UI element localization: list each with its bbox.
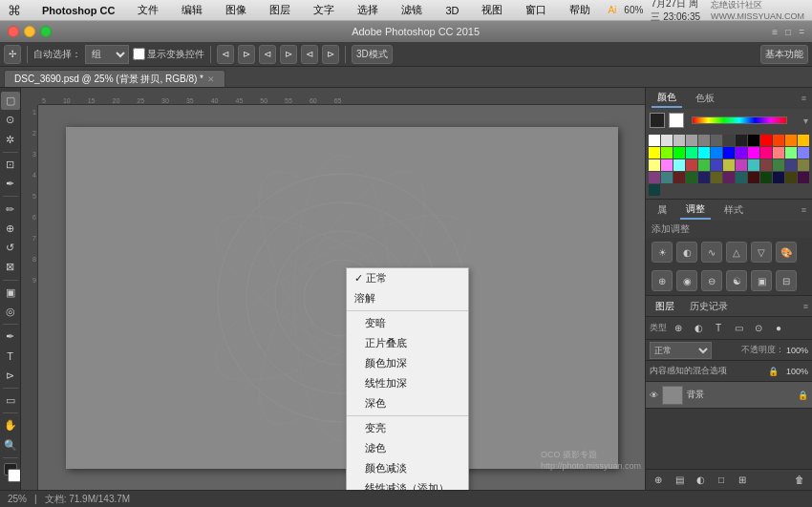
menu-help[interactable]: 帮助 — [564, 1, 596, 19]
menu-text[interactable]: 文字 — [308, 1, 340, 19]
3d-mode[interactable]: 3D模式 — [352, 45, 393, 64]
filter-shape-icon[interactable]: ▭ — [730, 320, 747, 337]
panel-options-icon[interactable]: ▾ — [803, 116, 808, 126]
blend-option-color-dodge[interactable]: 颜色减淡 — [347, 458, 468, 478]
color-swatch[interactable] — [760, 135, 772, 146]
filter-kind-icon[interactable]: ⊕ — [670, 320, 687, 337]
adj-photo-filter[interactable]: ⊖ — [701, 270, 722, 291]
new-layer-btn[interactable]: ⊞ — [734, 472, 751, 489]
color-swatch[interactable] — [723, 172, 735, 183]
menu-layer[interactable]: 图层 — [264, 1, 296, 19]
color-swatch[interactable] — [736, 172, 747, 183]
color-swatch[interactable] — [698, 172, 710, 183]
color-swatch[interactable] — [711, 147, 722, 158]
color-swatch[interactable] — [736, 159, 747, 171]
color-swatch[interactable] — [773, 172, 784, 183]
blend-mode-dropdown[interactable]: 正常 溶解 变暗 正片叠底 颜色加深 线性加深 深色 变亮 滤色 颜色减淡 线性… — [346, 267, 469, 490]
color-swatch[interactable] — [736, 135, 747, 146]
menu-filter[interactable]: 滤镜 — [395, 1, 428, 19]
swatches-tab[interactable]: 色板 — [690, 90, 720, 107]
color-swatch[interactable] — [686, 135, 697, 146]
color-swatch[interactable] — [723, 135, 735, 146]
color-swatch[interactable] — [711, 159, 722, 171]
layer-visibility-icon[interactable]: 👁 — [650, 391, 658, 400]
tool-zoom[interactable]: 🔍 — [1, 436, 20, 454]
color-swatch[interactable] — [698, 135, 710, 146]
color-swatch[interactable] — [798, 135, 809, 146]
color-swatch[interactable] — [649, 135, 660, 146]
color-swatch[interactable] — [798, 172, 809, 183]
color-swatch[interactable] — [649, 147, 660, 158]
adjustments-tab[interactable]: 调整 — [680, 201, 711, 220]
tool-clone[interactable]: ⊕ — [1, 220, 20, 238]
add-style-btn[interactable]: ▤ — [671, 472, 688, 489]
blend-option-screen[interactable]: 滤色 — [347, 438, 468, 458]
workspace-btn[interactable]: 基本功能 — [760, 45, 808, 64]
maximize-button[interactable] — [40, 26, 52, 37]
collapse-icon[interactable]: ≡ — [772, 27, 778, 37]
menu-select[interactable]: 选择 — [352, 1, 384, 19]
color-swatch[interactable] — [748, 172, 759, 183]
color-swatch[interactable] — [686, 159, 697, 171]
align-left[interactable]: ⊲ — [217, 45, 234, 64]
tool-magic-wand[interactable]: ✲ — [1, 131, 20, 149]
adj-color-balance[interactable]: ⊕ — [652, 270, 673, 291]
color-swatch[interactable] — [748, 159, 759, 171]
color-swatch[interactable] — [723, 159, 735, 171]
background-color[interactable] — [8, 469, 21, 482]
align-center-v[interactable]: ⊳ — [238, 45, 255, 64]
adj-invert[interactable]: ⊟ — [776, 270, 797, 291]
menu-icon[interactable]: = — [799, 27, 804, 37]
tool-eyedropper[interactable]: ✒ — [1, 175, 20, 193]
menu-window[interactable]: 窗口 — [520, 1, 552, 19]
color-swatch[interactable] — [661, 135, 673, 146]
tool-select[interactable]: ▢ — [1, 92, 20, 110]
auto-select-dropdown[interactable]: 组 图层 — [85, 45, 129, 64]
color-swatch[interactable] — [661, 147, 673, 158]
color-swatch[interactable] — [686, 172, 697, 183]
app-name[interactable]: Photoshop CC — [36, 3, 120, 18]
adj-bw[interactable]: ◉ — [676, 270, 697, 291]
color-swatch[interactable] — [686, 147, 697, 158]
color-swatch[interactable] — [723, 147, 735, 158]
blend-option-linear-burn[interactable]: 线性加深 — [347, 373, 468, 393]
layer-blend-select[interactable]: 正常 溶解 变暗 正片叠底 — [650, 342, 712, 359]
color-swatch[interactable] — [748, 135, 759, 146]
color-swatch[interactable] — [760, 172, 772, 183]
color-swatch[interactable] — [760, 147, 772, 158]
color-swatch[interactable] — [649, 172, 660, 183]
tab-close-icon[interactable]: ✕ — [207, 74, 215, 84]
blend-option-color-burn[interactable]: 颜色加深 — [347, 353, 468, 373]
menu-image[interactable]: 图像 — [220, 1, 252, 19]
fill-value[interactable]: 100% — [786, 367, 808, 376]
blend-option-linear-dodge[interactable]: 线性减淡（添加） — [347, 478, 468, 490]
adj-panel-header[interactable]: 属 调整 样式 ≡ — [646, 200, 812, 221]
tool-eraser[interactable]: ⊠ — [1, 258, 20, 276]
color-swatch[interactable] — [649, 159, 660, 171]
tool-gradient[interactable]: ▣ — [1, 284, 20, 302]
adj-curves[interactable]: ∿ — [701, 242, 722, 263]
new-group-btn[interactable]: □ — [713, 472, 730, 489]
color-swatch[interactable] — [785, 135, 797, 146]
adj-levels[interactable]: ◐ — [676, 242, 697, 263]
blend-option-normal[interactable]: 正常 — [347, 268, 468, 288]
adj-hue[interactable]: 🎨 — [776, 242, 797, 263]
add-mask-btn[interactable]: ◐ — [692, 472, 709, 489]
delete-layer-btn[interactable]: 🗑 — [791, 472, 808, 489]
apple-menu[interactable]: ⌘ — [8, 3, 21, 18]
filter-smart-icon[interactable]: ⊙ — [750, 320, 767, 337]
tool-path-select[interactable]: ⊳ — [1, 367, 20, 385]
blend-option-darken[interactable]: 变暗 — [347, 313, 468, 333]
adj-brightness[interactable]: ☀ — [652, 242, 673, 263]
color-swatch[interactable] — [698, 147, 710, 158]
color-swatch[interactable] — [673, 159, 685, 171]
menu-file[interactable]: 文件 — [132, 1, 164, 19]
adj-panel-collapse[interactable]: ≡ — [801, 205, 806, 215]
document-tab[interactable]: DSC_3690.psd @ 25% (背景 拼贝, RGB/8) * ✕ — [4, 70, 225, 87]
layers-tab[interactable]: 图层 — [650, 298, 680, 315]
adj-channel-mixer[interactable]: ☯ — [726, 270, 747, 291]
foreground-swatch[interactable] — [650, 113, 665, 128]
tool-dodge[interactable]: ◎ — [1, 303, 20, 321]
styles-tab[interactable]: 样式 — [718, 201, 749, 219]
color-swatch[interactable] — [798, 147, 809, 158]
